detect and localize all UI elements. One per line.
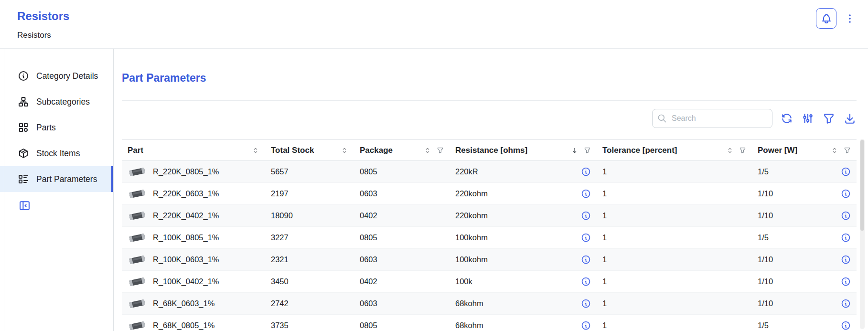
- part-thumbnail[interactable]: [128, 275, 147, 288]
- power-value: 1/10: [758, 255, 773, 264]
- column-header[interactable]: Total Stock: [265, 140, 354, 161]
- power-value: 1/10: [758, 189, 773, 198]
- power-info-button[interactable]: [841, 189, 851, 199]
- resistance-info-button[interactable]: [581, 277, 591, 287]
- resistance-info-button[interactable]: [581, 255, 591, 265]
- sidebar-item-parts[interactable]: Parts: [0, 115, 113, 140]
- scrollbar-thumb[interactable]: [860, 140, 864, 231]
- power-value: 1/10: [758, 211, 773, 220]
- column-label: Tolerance [percent]: [602, 146, 677, 155]
- filter-button[interactable]: [822, 112, 836, 125]
- main-panel: Part Parameters: [114, 49, 868, 331]
- sort-icon: [831, 147, 838, 154]
- column-label: Package: [360, 146, 393, 155]
- column-label: Total Stock: [271, 146, 314, 155]
- column-filter-button[interactable]: [437, 147, 444, 154]
- total-stock-value: 2742: [271, 299, 289, 308]
- column-settings-button[interactable]: [801, 112, 814, 125]
- info-circle-icon: [841, 299, 851, 309]
- sidebar-item-label: Stock Items: [36, 149, 80, 159]
- part-thumbnail[interactable]: [128, 253, 147, 266]
- column-header[interactable]: Tolerance [percent]: [597, 140, 752, 161]
- resistance-info-button[interactable]: [581, 211, 591, 221]
- part-thumbnail[interactable]: [128, 165, 147, 178]
- resistance-info-button[interactable]: [581, 167, 591, 177]
- part-thumbnail[interactable]: [128, 319, 147, 331]
- power-value: 1/5: [758, 321, 769, 330]
- page-body: Category Details Subcategories Parts Sto…: [0, 49, 868, 331]
- power-info-button[interactable]: [841, 255, 851, 265]
- sort-icon: [424, 147, 431, 154]
- column-header[interactable]: Resistance [ohms]: [450, 140, 597, 161]
- sidebar-item-part-parameters[interactable]: Part Parameters: [0, 166, 113, 192]
- sidebar-item-stock-items[interactable]: Stock Items: [0, 140, 113, 166]
- filter-icon: [437, 147, 444, 154]
- overflow-menu-button[interactable]: [843, 11, 857, 26]
- table-row[interactable]: R_220K_0402_1% 18090 0402 220kohm 1 1/10: [122, 205, 857, 227]
- part-name: R_220K_0805_1%: [153, 167, 219, 176]
- power-info-button[interactable]: [841, 233, 851, 243]
- table-row[interactable]: R_100K_0402_1% 3450 0402 100k 1 1/10: [122, 271, 857, 293]
- info-circle-icon: [841, 255, 851, 265]
- download-button[interactable]: [843, 112, 857, 125]
- table-row[interactable]: R_100K_0805_1% 3227 0805 100kohm 1 1/5: [122, 227, 857, 249]
- power-info-button[interactable]: [841, 299, 851, 309]
- refresh-icon: [781, 112, 793, 125]
- info-circle-icon: [841, 189, 851, 199]
- vertical-scrollbar[interactable]: [860, 139, 865, 329]
- power-info-button[interactable]: [841, 277, 851, 287]
- search-input[interactable]: [652, 109, 772, 128]
- power-value: 1/5: [758, 233, 769, 242]
- table-row[interactable]: R_100K_0603_1% 2321 0603 100kohm 1 1/10: [122, 249, 857, 271]
- package-icon: [18, 148, 29, 159]
- search-box: [652, 109, 772, 128]
- resistance-value: 220kR: [455, 167, 478, 176]
- table-row[interactable]: R_220K_0805_1% 5657 0805 220kR 1 1/5: [122, 161, 857, 183]
- section-divider: [122, 100, 857, 101]
- resistance-value: 100kohm: [455, 233, 488, 242]
- column-header[interactable]: Part: [122, 140, 265, 161]
- sitemap-icon: [18, 96, 29, 107]
- resistance-info-button[interactable]: [581, 233, 591, 243]
- part-thumbnail[interactable]: [128, 297, 147, 310]
- refresh-button[interactable]: [780, 112, 793, 125]
- package-value: 0603: [360, 299, 377, 308]
- part-thumbnail[interactable]: [128, 231, 147, 244]
- table-row[interactable]: R_220K_0603_1% 2197 0603 220kohm 1 1/10: [122, 183, 857, 205]
- column-filter-button[interactable]: [739, 147, 746, 154]
- part-name: R_68K_0603_1%: [153, 299, 214, 308]
- column-header[interactable]: Package: [354, 140, 450, 161]
- page-title: Resistors: [17, 10, 857, 22]
- collapse-sidebar-button[interactable]: [18, 199, 32, 213]
- resistance-info-button[interactable]: [581, 189, 591, 199]
- tolerance-value: 1: [602, 321, 607, 330]
- sidebar-item-category-details[interactable]: Category Details: [0, 63, 113, 89]
- resistance-info-button[interactable]: [581, 320, 591, 331]
- filter-icon: [823, 112, 835, 125]
- tolerance-value: 1: [602, 255, 607, 264]
- section-title: Part Parameters: [122, 72, 857, 85]
- bell-icon: [821, 13, 832, 24]
- part-name: R_220K_0402_1%: [153, 211, 219, 220]
- column-filter-button[interactable]: [844, 147, 851, 154]
- part-thumbnail[interactable]: [128, 209, 147, 222]
- part-thumbnail[interactable]: [128, 187, 147, 200]
- power-info-button[interactable]: [841, 167, 851, 177]
- table-row[interactable]: R_68K_0603_1% 2742 0603 68kohm 1 1/10: [122, 293, 857, 315]
- header-actions: [816, 8, 857, 29]
- resistance-value: 100k: [455, 277, 472, 286]
- resistance-info-button[interactable]: [581, 299, 591, 309]
- power-info-button[interactable]: [841, 320, 851, 331]
- sidebar-item-subcategories[interactable]: Subcategories: [0, 89, 113, 115]
- notifications-button[interactable]: [816, 8, 836, 29]
- power-info-button[interactable]: [841, 211, 851, 221]
- breadcrumb-item[interactable]: Resistors: [17, 31, 51, 40]
- column-header[interactable]: Power [W]: [752, 140, 857, 161]
- category-icon: [18, 122, 29, 133]
- table-row[interactable]: R_68K_0805_1% 3735 0805 68kohm 1 1/5: [122, 315, 857, 331]
- sidebar-item-label: Category Details: [36, 71, 98, 81]
- sidebar-item-label: Subcategories: [36, 97, 90, 107]
- package-value: 0603: [360, 255, 377, 264]
- column-filter-button[interactable]: [584, 147, 591, 154]
- power-value: 1/10: [758, 299, 773, 308]
